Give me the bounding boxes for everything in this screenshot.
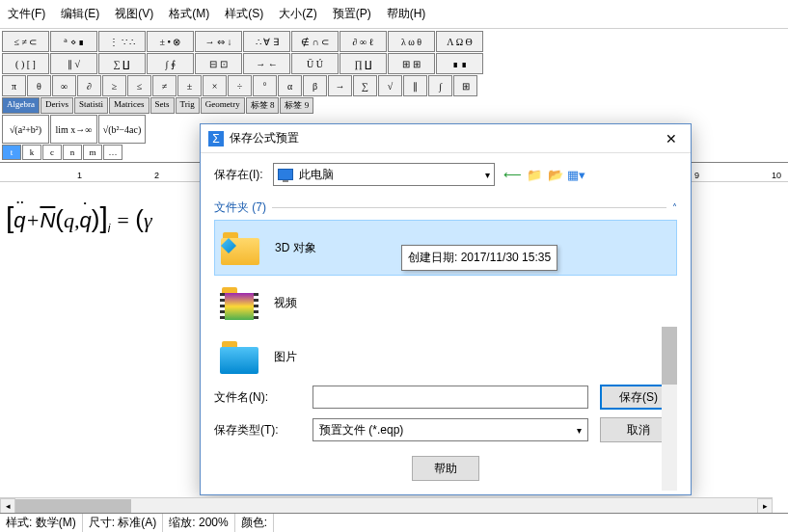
- back-icon[interactable]: ⟵: [504, 166, 522, 183]
- palette-accents[interactable]: Ū Ú: [291, 53, 339, 74]
- palette-arrows2[interactable]: → ←: [243, 53, 290, 74]
- sym-alpha[interactable]: α: [278, 75, 302, 96]
- palette-misc[interactable]: ∂ ∞ ℓ: [340, 31, 387, 52]
- sym-partial[interactable]: ∂: [77, 75, 101, 96]
- tmpl-quadratic[interactable]: √(b²−4ac): [98, 115, 146, 144]
- location-dropdown[interactable]: 此电脑 ▾: [273, 163, 495, 186]
- palette-sums[interactable]: ∑ ∐: [98, 53, 146, 74]
- up-icon[interactable]: 📁: [526, 166, 543, 183]
- folder-item-videos[interactable]: 视频: [214, 276, 677, 330]
- sym-box[interactable]: ⊞: [453, 75, 477, 96]
- sym-beta[interactable]: β: [303, 75, 327, 96]
- group-divider: [272, 207, 666, 208]
- close-button[interactable]: ✕: [660, 127, 683, 150]
- tab-8[interactable]: 标签 8: [246, 97, 280, 114]
- sym-infty[interactable]: ∞: [52, 75, 76, 96]
- status-color[interactable]: 颜色:: [235, 514, 274, 532]
- sym-le[interactable]: ≤: [127, 75, 151, 96]
- mini-m[interactable]: m: [83, 145, 102, 160]
- palette-matrices[interactable]: ⊞ ⊞: [388, 53, 435, 74]
- tmpl-sqrt-ab[interactable]: √(a²+b²): [2, 115, 49, 144]
- palette-dots[interactable]: ⋮ ∵ ∴: [98, 31, 146, 52]
- dialog-title: 保存公式预置: [230, 130, 660, 146]
- tab-derivs[interactable]: Derivs: [41, 97, 73, 114]
- sym-times[interactable]: ×: [203, 75, 227, 96]
- status-zoom[interactable]: 缩放: 200%: [163, 514, 234, 532]
- tab-algebra[interactable]: Algebra: [2, 97, 40, 114]
- mini-k[interactable]: k: [22, 145, 41, 160]
- sym-pm[interactable]: ±: [177, 75, 202, 96]
- palette-spaces[interactable]: ᵃ ⋄ ∎: [50, 31, 97, 52]
- tab-stats[interactable]: Statisti: [74, 97, 108, 114]
- mini-c[interactable]: c: [42, 145, 62, 160]
- tab-matrices[interactable]: Matrices: [109, 97, 149, 114]
- help-button[interactable]: 帮助: [412, 456, 479, 481]
- mini-more[interactable]: …: [103, 145, 122, 160]
- tab-sets[interactable]: Sets: [150, 97, 175, 114]
- tmpl-lim[interactable]: lim x→∞: [50, 115, 97, 144]
- sym-frac[interactable]: ∥: [403, 75, 427, 96]
- filetype-dropdown[interactable]: 预置文件 (*.eqp) ▾: [312, 418, 588, 441]
- sym-pi[interactable]: π: [2, 75, 26, 96]
- scroll-right-icon[interactable]: ▸: [757, 498, 773, 514]
- ruler-mark: 1: [77, 171, 82, 180]
- tab-9[interactable]: 标签 9: [280, 97, 313, 114]
- folder-label: 视频: [274, 295, 297, 311]
- filetype-value: 预置文件 (*.eqp): [319, 422, 403, 439]
- sym-arrow[interactable]: →: [328, 75, 352, 96]
- palette-logic[interactable]: ∴ ∀ ∃: [243, 31, 290, 52]
- palette-fences[interactable]: ( ) [ ]: [2, 53, 49, 74]
- tab-geometry[interactable]: Geometry: [201, 97, 245, 114]
- folder-item-pictures[interactable]: 图片: [214, 330, 677, 377]
- dialog-toolbar: 保存在(I): 此电脑 ▾ ⟵ 📁 📂 ▦▾: [201, 153, 691, 196]
- tab-trig[interactable]: Trig: [176, 97, 200, 114]
- palette-arrows[interactable]: → ⇔ ↓: [195, 31, 242, 52]
- palette-bars[interactable]: ⊟ ⊡: [195, 53, 242, 74]
- menu-format[interactable]: 格式(M): [161, 4, 217, 24]
- status-style[interactable]: 样式: 数学(M): [0, 514, 83, 532]
- folder-label: 图片: [274, 349, 297, 365]
- sym-theta[interactable]: θ: [27, 75, 51, 96]
- scroll-track[interactable]: [15, 498, 757, 513]
- menu-presets[interactable]: 预置(P): [325, 4, 379, 24]
- palette-integrals[interactable]: ∫ ∮: [147, 53, 194, 74]
- palette-greek-lower[interactable]: λ ω θ: [388, 31, 435, 52]
- menu-view[interactable]: 视图(V): [107, 4, 161, 24]
- vertical-scrollbar[interactable]: [662, 327, 677, 491]
- palette-products[interactable]: ∏ ∐: [340, 53, 387, 74]
- menu-style[interactable]: 样式(S): [217, 4, 271, 24]
- sym-int[interactable]: ∫: [428, 75, 452, 96]
- mini-n[interactable]: n: [63, 145, 82, 160]
- toolbar-icons: ⟵ 📁 📂 ▦▾: [504, 166, 585, 183]
- scrollbar-thumb[interactable]: [662, 327, 677, 385]
- scroll-left-icon[interactable]: ◂: [0, 498, 15, 514]
- filename-input[interactable]: [312, 386, 588, 409]
- sym-ne[interactable]: ≠: [152, 75, 177, 96]
- palette-boxes[interactable]: ∎ ∎: [436, 53, 483, 74]
- sym-div[interactable]: ÷: [228, 75, 252, 96]
- palette-greek-upper[interactable]: Λ Ω Θ: [436, 31, 483, 52]
- palette-fractions[interactable]: ∥ √: [50, 53, 97, 74]
- mini-t[interactable]: t: [2, 145, 21, 160]
- palette-relations[interactable]: ≤ ≠ ⊂: [2, 31, 49, 52]
- sym-ge[interactable]: ≥: [102, 75, 126, 96]
- sym-deg[interactable]: °: [253, 75, 277, 96]
- horizontal-scrollbar[interactable]: ◂ ▸: [0, 497, 773, 513]
- filetype-label: 保存类型(T):: [214, 422, 301, 439]
- menu-help[interactable]: 帮助(H): [379, 4, 434, 24]
- folder-group-header[interactable]: 文件夹 (7) ˄: [214, 196, 677, 220]
- menu-size[interactable]: 大小(Z): [271, 4, 324, 24]
- sym-sum[interactable]: ∑: [353, 75, 377, 96]
- palette-set[interactable]: ∉ ∩ ⊂: [291, 31, 339, 52]
- menu-file[interactable]: 文件(F): [0, 4, 53, 24]
- status-size[interactable]: 尺寸: 标准(A): [83, 514, 164, 532]
- sym-sqrt[interactable]: √: [378, 75, 402, 96]
- view-menu-icon[interactable]: ▦▾: [568, 166, 585, 183]
- ruler-mark: 2: [154, 171, 159, 180]
- save-in-label: 保存在(I):: [214, 167, 263, 183]
- scroll-thumb[interactable]: [15, 499, 131, 513]
- new-folder-icon[interactable]: 📂: [547, 166, 564, 183]
- palette-operators[interactable]: ± • ⊗: [147, 31, 194, 52]
- menu-edit[interactable]: 编辑(E): [53, 4, 107, 24]
- filename-label: 文件名(N):: [214, 389, 301, 406]
